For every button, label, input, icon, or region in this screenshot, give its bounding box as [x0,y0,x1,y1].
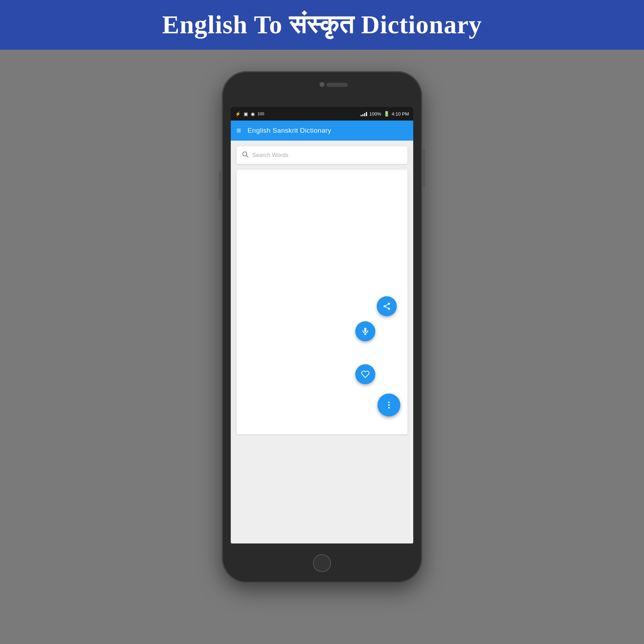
signal-bar-4 [366,112,367,116]
app-content [231,141,413,440]
favorite-fab-button[interactable] [355,364,375,384]
time-display: 4:10 PM [392,111,409,117]
volume-button [219,171,221,200]
app-toolbar-title: English Sanskrit Dictionary [248,127,331,135]
status-bar: ⚡ ▣ ◉ 100 100% 🔋 4:10 PM [231,107,413,121]
circle-icon: ◉ [251,111,255,117]
front-camera [319,82,325,87]
share-fab-button[interactable] [377,296,397,316]
app-toolbar: ≡ English Sanskrit Dictionary [231,121,413,141]
background-area: ⚡ ▣ ◉ 100 100% 🔋 4:10 PM [0,50,644,636]
screenshot-icon: ▣ [244,111,248,117]
battery-percent: 100% [369,111,381,117]
svg-point-11 [388,404,390,406]
usb-icon: ⚡ [235,111,241,117]
speaker [326,83,348,87]
status-left: ⚡ ▣ ◉ 100 [235,111,264,117]
search-bar [236,146,408,164]
svg-point-12 [388,407,390,408]
hamburger-menu-icon[interactable]: ≡ [236,127,241,135]
search-input[interactable] [252,152,402,158]
hundred-icon: 100 [258,112,264,116]
svg-point-10 [388,401,390,403]
power-button [423,150,425,186]
phone-bottom [222,543,422,583]
search-icon [241,151,249,160]
signal-bar-2 [362,114,364,116]
microphone-fab-button[interactable] [355,321,375,341]
phone-top [222,71,422,107]
top-banner: English To संस्कृत Dictionary [0,0,644,50]
svg-line-6 [386,304,388,306]
svg-point-4 [388,308,390,310]
signal-bar-1 [361,115,362,116]
page-title: English To संस्कृत Dictionary [162,10,482,40]
signal-bar-3 [364,113,365,116]
status-right: 100% 🔋 4:10 PM [361,111,409,117]
svg-point-2 [388,303,390,305]
signal-bars [361,111,367,116]
svg-line-1 [247,156,248,157]
home-button[interactable] [313,554,331,572]
svg-line-5 [386,307,388,308]
content-card [236,170,408,434]
phone-screen: ⚡ ▣ ◉ 100 100% 🔋 4:10 PM [231,107,413,543]
svg-rect-7 [364,328,366,332]
battery-icon: 🔋 [384,111,390,117]
more-options-fab-button[interactable] [377,394,400,416]
svg-point-3 [384,305,386,307]
phone-frame: ⚡ ▣ ◉ 100 100% 🔋 4:10 PM [222,71,422,583]
